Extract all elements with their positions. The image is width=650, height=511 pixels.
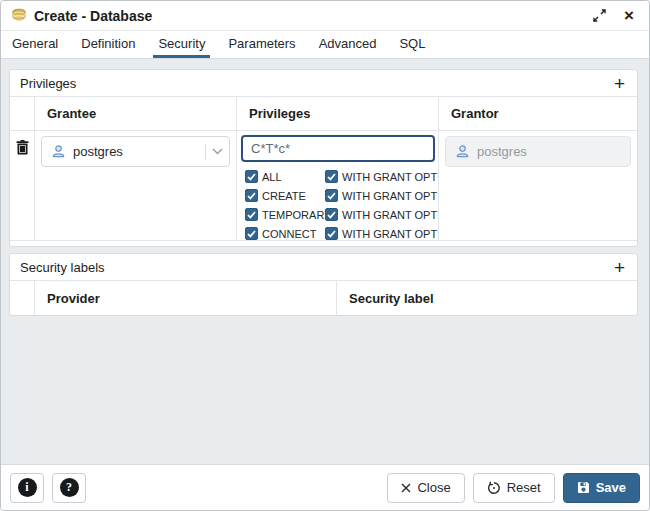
checkbox-checked-icon	[245, 170, 258, 183]
privileges-column-header: Privileges	[237, 97, 439, 130]
checkbox-temporary[interactable]: TEMPORARY	[245, 208, 325, 221]
checkbox-checked-icon	[325, 227, 338, 240]
privilege-checkboxes: ALL WITH GRANT OPTION CREATE	[245, 167, 439, 240]
info-icon: i	[18, 478, 37, 497]
close-icon[interactable]: ×	[619, 6, 639, 26]
close-button[interactable]: Close	[387, 473, 464, 503]
dialog-footer: i ? Close Reset	[1, 464, 649, 510]
delete-column-header	[10, 97, 35, 130]
privileges-panel-header: Privileges +	[10, 70, 637, 97]
save-icon	[577, 481, 590, 494]
grantor-column-header: Grantor	[439, 97, 637, 130]
checkbox-checked-icon	[245, 189, 258, 202]
tab-bar: General Definition Security Parameters A…	[1, 31, 649, 59]
checkbox-checked-icon	[325, 189, 338, 202]
help-icon: ?	[60, 478, 79, 497]
security-labels-title: Security labels	[20, 260, 105, 275]
reset-icon	[487, 481, 501, 495]
tab-general[interactable]: General	[7, 31, 63, 58]
checkbox-temporary-grant[interactable]: WITH GRANT OPTION	[325, 208, 439, 221]
privileges-cell: ALL WITH GRANT OPTION CREATE	[237, 131, 439, 240]
grantor-cell: postgres	[439, 131, 637, 240]
delete-cell	[10, 131, 35, 240]
checkbox-create[interactable]: CREATE	[245, 189, 325, 202]
grantee-select[interactable]: postgres	[41, 136, 230, 167]
privilege-row-connect: CONNECT WITH GRANT OPTION	[245, 224, 439, 240]
privileges-panel: Privileges + Grantee Privileges Grantor	[9, 69, 638, 247]
checkbox-all-grant[interactable]: WITH GRANT OPTION	[325, 170, 439, 183]
spacer-column-header	[10, 281, 35, 315]
security-label-column-header: Security label	[337, 281, 637, 315]
provider-column-header: Provider	[35, 281, 337, 315]
security-labels-table-header: Provider Security label	[10, 281, 637, 315]
tab-advanced[interactable]: Advanced	[314, 31, 382, 58]
tab-security[interactable]: Security	[153, 31, 210, 58]
checkbox-connect-grant[interactable]: WITH GRANT OPTION	[325, 227, 439, 240]
window-title: Create - Database	[34, 8, 152, 24]
checkbox-all[interactable]: ALL	[245, 170, 325, 183]
checkbox-connect[interactable]: CONNECT	[245, 227, 325, 240]
save-button[interactable]: Save	[563, 473, 640, 503]
privilege-row-all: ALL WITH GRANT OPTION	[245, 167, 439, 186]
maximize-icon[interactable]	[589, 6, 609, 26]
grantee-value: postgres	[73, 144, 205, 159]
tab-parameters[interactable]: Parameters	[223, 31, 300, 58]
grantor-value: postgres	[477, 144, 527, 159]
privileges-input[interactable]	[241, 135, 435, 162]
privilege-row-create: CREATE WITH GRANT OPTION	[245, 186, 439, 205]
add-security-label-icon[interactable]: +	[612, 258, 627, 277]
privileges-panel-title: Privileges	[20, 76, 76, 91]
sql-info-button[interactable]: i	[10, 473, 44, 503]
database-icon	[11, 8, 27, 24]
checkbox-checked-icon	[245, 208, 258, 221]
combo-divider	[205, 144, 206, 160]
help-button[interactable]: ?	[52, 473, 86, 503]
checkbox-checked-icon	[325, 208, 338, 221]
chevron-down-icon[interactable]	[212, 148, 223, 155]
create-database-dialog: Create - Database × General Definition S…	[0, 0, 650, 511]
checkbox-checked-icon	[245, 227, 258, 240]
close-x-icon	[401, 483, 411, 493]
security-labels-panel: Security labels + Provider Security labe…	[9, 253, 638, 316]
user-icon	[51, 144, 66, 159]
add-privilege-icon[interactable]: +	[612, 74, 627, 93]
tab-definition[interactable]: Definition	[76, 31, 140, 58]
privilege-row: postgres ALL	[10, 131, 637, 241]
user-icon	[455, 144, 470, 159]
privilege-row-temporary: TEMPORARY WITH GRANT OPTION	[245, 205, 439, 224]
checkbox-checked-icon	[325, 170, 338, 183]
security-labels-header: Security labels +	[10, 254, 637, 281]
window-controls: ×	[589, 6, 639, 26]
tab-sql[interactable]: SQL	[394, 31, 430, 58]
privileges-table-header: Grantee Privileges Grantor	[10, 97, 637, 131]
reset-button[interactable]: Reset	[473, 473, 555, 503]
grantee-column-header: Grantee	[35, 97, 237, 130]
title-bar: Create - Database ×	[1, 1, 649, 31]
delete-row-icon[interactable]	[16, 140, 29, 158]
grantee-cell: postgres	[35, 131, 237, 240]
grantor-field: postgres	[445, 136, 631, 167]
checkbox-create-grant[interactable]: WITH GRANT OPTION	[325, 189, 439, 202]
action-buttons: Close Reset Save	[387, 473, 640, 503]
